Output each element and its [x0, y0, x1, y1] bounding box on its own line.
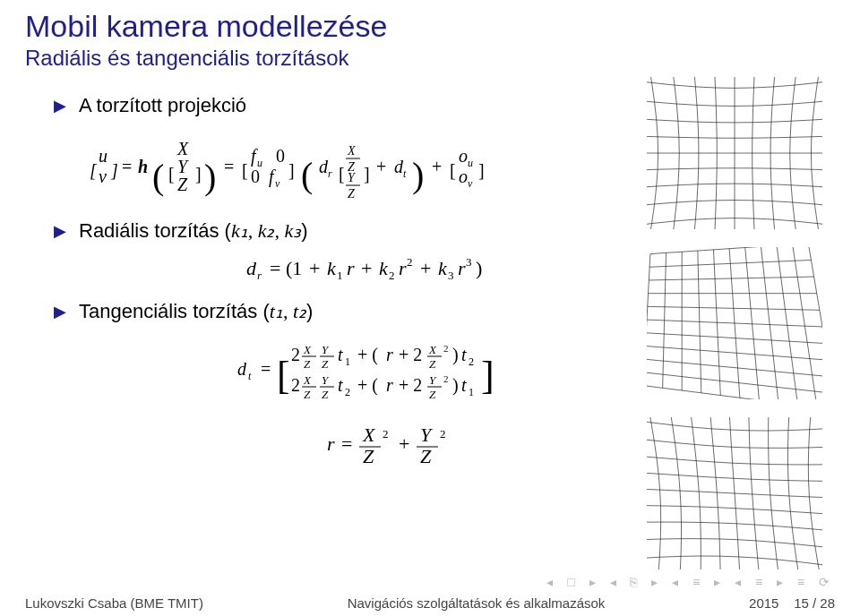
svg-text:]: ] — [481, 354, 494, 398]
svg-text:(: ( — [301, 155, 313, 195]
svg-text:k: k — [379, 257, 389, 279]
svg-text:r: r — [399, 257, 407, 279]
svg-text:=: = — [341, 432, 352, 455]
svg-text:1: 1 — [337, 269, 343, 282]
bullet-2-text: Radiális torzítás (k₁, k₂, k₃) — [79, 219, 308, 243]
bullet-1-text: A torzított projekció — [79, 94, 246, 117]
svg-text:+ (: + ( — [357, 375, 378, 396]
svg-text:[: [ — [277, 354, 290, 398]
svg-text:2: 2 — [345, 386, 350, 398]
svg-text:t: t — [403, 167, 407, 180]
svg-text:=: = — [224, 157, 234, 176]
svg-text:d: d — [246, 257, 257, 279]
figure-tangential-distortion — [647, 247, 822, 399]
svg-text:t: t — [338, 345, 343, 364]
svg-text:[: [ — [450, 160, 456, 180]
svg-text:r: r — [257, 269, 262, 282]
svg-text:0: 0 — [276, 146, 285, 166]
beamer-nav-icons[interactable]: ◂ □ ▸ ◂ ⎘ ▸ ◂ ≡ ▸ ◂ ≡ ▸ ≡ ⟳ — [546, 575, 835, 589]
svg-text:v: v — [99, 167, 107, 186]
svg-text:2: 2 — [291, 345, 300, 364]
svg-text:]: ] — [288, 160, 295, 180]
svg-text:1: 1 — [469, 386, 474, 398]
svg-text:2: 2 — [443, 373, 449, 384]
svg-text:Y: Y — [348, 171, 357, 184]
footer-author: Lukovszki Csaba (BME TMIT) — [25, 595, 203, 611]
svg-text:[: [ — [90, 160, 98, 180]
svg-text:Z: Z — [429, 388, 436, 401]
svg-text:d: d — [237, 359, 247, 379]
svg-text:Y: Y — [177, 157, 189, 176]
svg-text:v: v — [468, 177, 473, 190]
svg-text:3: 3 — [448, 269, 454, 282]
svg-text:Z: Z — [304, 357, 311, 371]
svg-text:]: ] — [478, 160, 485, 180]
svg-text:=: = — [122, 157, 132, 176]
figure-radial-distortion — [647, 77, 822, 229]
bullet-3-text: Tangenciális torzítás (t₁, t₂) — [79, 300, 313, 323]
svg-text:2: 2 — [291, 375, 300, 395]
svg-text:]: ] — [195, 164, 202, 184]
svg-text:[: [ — [168, 164, 175, 184]
bullet-marker-icon: ▶ — [54, 300, 66, 323]
svg-text:): ) — [204, 157, 216, 197]
svg-text:+: + — [376, 157, 386, 176]
svg-text:X: X — [362, 424, 376, 446]
svg-text:Y: Y — [322, 373, 330, 387]
page-title: Mobil kamera modellezése — [0, 0, 860, 44]
svg-text:Y: Y — [420, 424, 434, 446]
page-subtitle: Radiális és tangenciális torzítások — [0, 44, 860, 80]
svg-text:+ 2: + 2 — [399, 345, 422, 364]
svg-text:1: 1 — [345, 355, 350, 368]
svg-text:o: o — [459, 146, 468, 166]
svg-text:+: + — [399, 432, 409, 455]
svg-text:X: X — [176, 139, 189, 158]
footer-page: 2015 15 / 28 — [749, 595, 835, 611]
svg-text:Z: Z — [429, 357, 436, 371]
svg-text:X: X — [303, 343, 312, 356]
svg-text:): ) — [452, 345, 459, 365]
svg-text:u: u — [99, 146, 108, 166]
svg-text:v: v — [275, 177, 280, 190]
svg-text:r: r — [386, 345, 393, 364]
svg-text:r: r — [458, 257, 466, 279]
bullet-marker-icon: ▶ — [54, 219, 66, 243]
svg-text:2: 2 — [407, 255, 413, 269]
svg-text:Z: Z — [322, 357, 329, 371]
figure-combined-distortion — [647, 417, 822, 569]
svg-text:t: t — [338, 375, 343, 395]
svg-text:2: 2 — [440, 427, 446, 441]
svg-text:k: k — [438, 257, 448, 279]
svg-text:[: [ — [339, 164, 345, 184]
svg-text:[: [ — [242, 160, 248, 180]
svg-text:+: + — [309, 257, 320, 279]
svg-text:X: X — [347, 144, 356, 158]
svg-text:u: u — [468, 157, 473, 169]
svg-text:+ 2: + 2 — [399, 375, 422, 395]
svg-text:t: t — [461, 375, 467, 395]
svg-text:(: ( — [152, 157, 164, 197]
svg-text:t: t — [461, 345, 467, 364]
svg-text:X: X — [303, 373, 312, 387]
svg-text:]: ] — [364, 164, 370, 184]
svg-text:k: k — [327, 257, 337, 279]
svg-text:t: t — [248, 370, 252, 382]
svg-text:3: 3 — [466, 255, 472, 269]
svg-text:o: o — [459, 167, 468, 186]
svg-text:+: + — [420, 257, 431, 279]
svg-text:): ) — [412, 155, 424, 195]
svg-text:X: X — [428, 343, 437, 356]
svg-text:r: r — [347, 257, 355, 279]
svg-text:): ) — [476, 257, 482, 279]
svg-text:0: 0 — [251, 167, 260, 186]
svg-text:r: r — [328, 167, 332, 180]
svg-text:2: 2 — [469, 355, 474, 368]
svg-text:2: 2 — [383, 427, 389, 441]
svg-text:Y: Y — [322, 343, 330, 356]
svg-text:2: 2 — [389, 269, 395, 282]
svg-text:Z: Z — [177, 175, 188, 194]
svg-text:): ) — [452, 375, 459, 396]
svg-text:+ (: + ( — [357, 345, 378, 365]
svg-text:=: = — [270, 257, 280, 279]
svg-text:h: h — [138, 157, 148, 176]
